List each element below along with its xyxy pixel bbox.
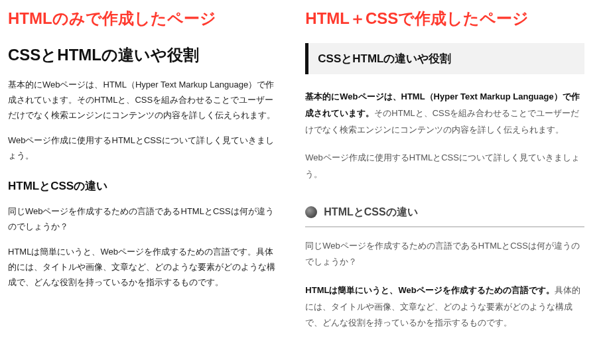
left-top-title: HTMLのみで作成したページ: [8, 8, 281, 29]
right-paragraph-1: 基本的にWebページは、HTML（Hyper Text Markup Langu…: [305, 89, 584, 138]
right-paragraph-4-bold: HTMLは簡単にいうと、Webページを作成するための言語です。: [305, 285, 554, 295]
left-paragraph-4: HTMLは簡単にいうと、Webページを作成するための言語です。具体的には、タイト…: [8, 245, 281, 290]
left-heading-2: HTMLとCSSの違い: [8, 178, 281, 194]
left-paragraph-1: 基本的にWebページは、HTML（Hyper Text Markup Langu…: [8, 78, 281, 123]
right-top-title: HTML＋CSSで作成したページ: [305, 8, 584, 29]
page-root: HTMLのみで作成したページ CSSとHTMLの違いや役割 基本的にWebページ…: [0, 0, 603, 364]
right-column: HTML＋CSSで作成したページ CSSとHTMLの違いや役割 基本的にWebペ…: [289, 0, 603, 364]
right-heading-1: CSSとHTMLの違いや役割: [305, 43, 584, 74]
right-heading-2: HTMLとCSSの違い: [305, 206, 584, 227]
left-paragraph-2: Webページ作成に使用するHTMLとCSSについて詳しく見ていきましょう。: [8, 133, 281, 164]
right-paragraph-3: 同じWebページを作成するための言語であるHTMLとCSSは何が違うのでしょうか…: [305, 238, 584, 271]
bullet-icon: [305, 206, 317, 218]
left-column: HTMLのみで作成したページ CSSとHTMLの違いや役割 基本的にWebページ…: [0, 0, 289, 364]
left-heading-1: CSSとHTMLの違いや役割: [8, 44, 281, 66]
right-paragraph-2: Webページ作成に使用するHTMLとCSSについて詳しく見ていきましょう。: [305, 150, 584, 182]
right-heading-2-text: HTMLとCSSの違い: [324, 206, 417, 219]
left-paragraph-3: 同じWebページを作成するための言語であるHTMLとCSSは何が違うのでしょうか…: [8, 204, 281, 235]
right-paragraph-4: HTMLは簡単にいうと、Webページを作成するための言語です。具体的には、タイト…: [305, 282, 584, 332]
